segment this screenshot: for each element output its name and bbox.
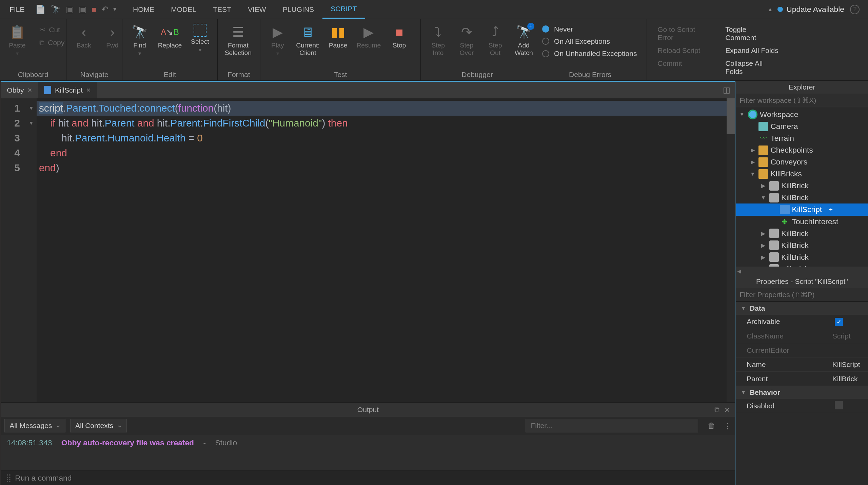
forward-button[interactable]: ›Fwd (99, 23, 126, 51)
fold-marker[interactable]: ▼ (26, 116, 37, 131)
add-child-icon[interactable]: + (827, 206, 835, 214)
code-source[interactable]: script.Parent.Touched:connect(function(h… (37, 98, 735, 402)
binoculars-icon[interactable]: 🔭 (51, 4, 61, 14)
expand-arrow-icon[interactable]: ▶ (760, 182, 767, 189)
split-view-icon[interactable]: ◫ (718, 82, 735, 98)
tree-item-killbrick[interactable]: ▶KillBrick (736, 263, 868, 267)
ribbon-tab-model[interactable]: MODEL (163, 0, 205, 19)
tree-item-killbricks[interactable]: ▼KillBricks (736, 168, 868, 180)
tree-item-killbrick[interactable]: ▶KillBrick (736, 251, 868, 263)
copy-button[interactable]: ⧉Copy (36, 37, 68, 49)
fold-marker[interactable] (26, 131, 37, 146)
prop-value[interactable] (830, 401, 868, 411)
toggle-comment[interactable]: Toggle Comment (722, 24, 783, 44)
paste-button[interactable]: 📋Paste▾ (4, 23, 31, 58)
checkbox-off-icon[interactable] (835, 401, 843, 409)
new-icon[interactable]: 📄 (35, 4, 46, 14)
code-line[interactable]: script.Parent.Touched:connect(function(h… (37, 101, 735, 116)
format-selection-button[interactable]: ☰Format Selection (221, 23, 255, 58)
trash-icon[interactable]: 🗑 (708, 421, 715, 430)
expand-arrow-icon[interactable]: ▼ (760, 195, 767, 201)
expand-arrow-icon[interactable]: ▼ (749, 171, 756, 177)
resume-button[interactable]: ▶Resume (353, 23, 384, 51)
tree-item-killbrick[interactable]: ▶KillBrick (736, 228, 868, 239)
tree-item-checkpoints[interactable]: ▶Checkpoints (736, 144, 868, 156)
code-line[interactable]: if hit and hit.Parent and hit.Parent:Fin… (37, 116, 735, 131)
tree-item-killbrick[interactable]: ▶KillBrick (736, 239, 868, 251)
prop-name[interactable]: NameKillScript (736, 357, 868, 372)
stop-icon[interactable]: ■ (92, 5, 97, 14)
popout-icon[interactable]: ⧉ (714, 406, 719, 414)
play-button[interactable]: ▶Play▾ (264, 23, 291, 58)
update-available[interactable]: Update Available (777, 5, 844, 14)
debug-unhandled-radio[interactable]: On Unhandled Exceptions (539, 48, 642, 59)
ribbon-tab-script[interactable]: SCRIPT (322, 0, 365, 19)
code-line[interactable]: end (37, 146, 735, 160)
plugin-icon[interactable]: ▣ (66, 4, 74, 14)
prop-group-data[interactable]: ▼Data (736, 302, 868, 315)
scrollbar-thumb[interactable] (727, 98, 735, 134)
prop-value[interactable]: Script (830, 332, 868, 340)
properties-search[interactable]: Filter Properties (⇧⌘P) (736, 288, 868, 302)
close-icon[interactable]: × (86, 85, 91, 95)
ribbon-tab-view[interactable]: VIEW (239, 0, 274, 19)
commit[interactable]: Commit (654, 58, 713, 70)
close-icon[interactable]: ✕ (724, 406, 730, 414)
tree-item-workspace[interactable]: ▼Workspace (736, 109, 868, 120)
prop-group-behavior[interactable]: ▼Behavior (736, 386, 868, 399)
tree-item-terrain[interactable]: 〰Terrain (736, 132, 868, 144)
prop-disabled[interactable]: Disabled (736, 399, 868, 413)
ribbon-tab-test[interactable]: TEST (205, 0, 240, 19)
undo-icon[interactable]: ↶ (101, 4, 108, 14)
reload-script[interactable]: Reload Script (654, 45, 713, 57)
code-editor[interactable]: 12345 ▼▼ script.Parent.Touched:connect(f… (1, 98, 735, 402)
expand-arrow-icon[interactable]: ▼ (738, 111, 746, 117)
collapse-ribbon-icon[interactable]: ▴ (769, 6, 772, 13)
contexts-filter-dropdown[interactable]: All Contexts (70, 419, 127, 432)
fold-marker[interactable] (26, 146, 37, 160)
step-into-button[interactable]: ⤵Step Into (425, 23, 452, 58)
checkbox-on-icon[interactable]: ✓ (835, 318, 843, 326)
plugin-icon-2[interactable]: ▣ (79, 4, 87, 14)
expand-arrow-icon[interactable]: ▶ (760, 230, 767, 237)
command-bar[interactable]: ⣿Run a command (1, 470, 735, 485)
output-filter-input[interactable] (526, 419, 698, 432)
current-client-button[interactable]: 🖥Current: Client (293, 23, 323, 58)
prop-currenteditor[interactable]: CurrentEditor (736, 343, 868, 357)
file-menu[interactable]: FILE (2, 0, 32, 19)
fold-marker[interactable] (26, 160, 37, 175)
explorer-search[interactable]: Filter workspace (⇧⌘X) (736, 94, 868, 107)
ribbon-tab-home[interactable]: HOME (124, 0, 162, 19)
prop-value[interactable]: KillBrick (830, 375, 868, 383)
fold-marker[interactable]: ▼ (26, 101, 37, 116)
add-watch-button[interactable]: 🔭+Add Watch (510, 23, 537, 58)
code-line[interactable]: hit.Parent.Humanoid.Health = 0 (37, 131, 735, 146)
expand-arrow-icon[interactable]: ▶ (760, 242, 767, 249)
code-line[interactable]: end) (37, 160, 735, 175)
debug-never-radio[interactable]: Never (539, 24, 642, 34)
expand-arrow-icon[interactable]: ▶ (760, 254, 767, 260)
fold-gutter[interactable]: ▼▼ (26, 98, 37, 402)
help-icon[interactable]: ? (850, 5, 860, 14)
step-out-button[interactable]: ⤴Step Out (481, 23, 509, 58)
prop-classname[interactable]: ClassNameScript (736, 329, 868, 343)
goto-script-error[interactable]: Go to Script Error (654, 24, 713, 44)
back-button[interactable]: ‹Back (70, 23, 98, 51)
doc-tab-killscript[interactable]: KillScript× (38, 82, 97, 98)
stop-button[interactable]: ■Stop (386, 23, 413, 51)
collapse-folds[interactable]: Collapse All Folds (722, 58, 783, 78)
prop-value[interactable]: ✓ (830, 317, 868, 326)
prop-parent[interactable]: ParentKillBrick (736, 372, 868, 386)
more-icon[interactable]: ⋮ (724, 421, 731, 430)
explorer-tree[interactable]: ▼WorkspaceCamera〰Terrain▶Checkpoints▶Con… (736, 107, 868, 267)
messages-filter-dropdown[interactable]: All Messages (4, 419, 65, 432)
find-button[interactable]: 🔭Find▾ (126, 23, 154, 58)
expand-arrow-icon[interactable]: ▶ (749, 159, 756, 165)
cut-button[interactable]: ✂Cut (36, 24, 68, 36)
step-over-button[interactable]: ↷Step Over (453, 23, 480, 58)
qat-dropdown-icon[interactable]: ▾ (113, 6, 116, 13)
tree-item-killbrick[interactable]: ▶KillBrick (736, 180, 868, 192)
vertical-scrollbar[interactable] (727, 98, 735, 402)
prop-value[interactable]: KillScript (830, 361, 868, 369)
ribbon-tab-plugins[interactable]: PLUGINS (274, 0, 322, 19)
